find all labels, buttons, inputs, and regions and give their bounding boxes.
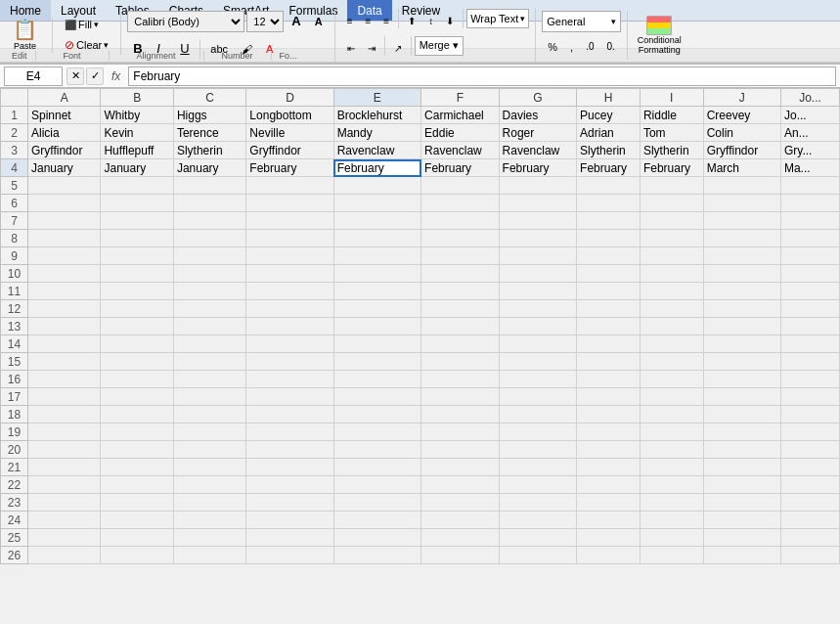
row-number[interactable]: 3: [1, 142, 28, 159]
table-cell[interactable]: [640, 371, 703, 388]
merge-button[interactable]: Merge ▾: [415, 36, 464, 56]
row-number[interactable]: 13: [1, 318, 28, 335]
table-cell[interactable]: [499, 177, 576, 195]
table-cell[interactable]: [577, 318, 641, 335]
col-header-b[interactable]: B: [101, 89, 173, 107]
table-cell[interactable]: [499, 547, 576, 564]
table-cell[interactable]: [246, 406, 333, 423]
table-cell[interactable]: [780, 476, 839, 494]
table-cell[interactable]: [333, 265, 420, 283]
table-cell[interactable]: [333, 283, 420, 300]
table-cell[interactable]: Gry...: [780, 142, 839, 159]
table-cell[interactable]: [333, 423, 420, 441]
table-cell[interactable]: [333, 476, 420, 494]
align-bottom-button[interactable]: ⬇: [440, 9, 460, 34]
table-cell[interactable]: [28, 476, 101, 494]
align-left-button[interactable]: ≡: [341, 9, 359, 34]
font-decrease-button[interactable]: A: [309, 9, 329, 34]
col-header-c[interactable]: C: [173, 89, 245, 107]
table-cell[interactable]: [173, 318, 245, 335]
table-cell[interactable]: [246, 177, 333, 195]
row-number[interactable]: 23: [1, 494, 28, 512]
table-cell[interactable]: [703, 353, 780, 371]
table-cell[interactable]: [577, 353, 641, 371]
row-number[interactable]: 4: [1, 159, 28, 177]
table-cell[interactable]: [246, 265, 333, 283]
table-cell[interactable]: [421, 406, 500, 423]
table-cell[interactable]: [173, 371, 245, 388]
table-cell[interactable]: [499, 353, 576, 371]
table-cell[interactable]: [640, 547, 703, 564]
table-cell[interactable]: [421, 476, 500, 494]
table-cell[interactable]: [780, 230, 839, 247]
table-cell[interactable]: [640, 353, 703, 371]
table-cell[interactable]: [101, 423, 173, 441]
table-cell[interactable]: [421, 441, 500, 459]
cancel-formula-button[interactable]: ✕: [66, 67, 84, 85]
table-cell[interactable]: [577, 388, 641, 406]
table-cell[interactable]: [577, 230, 641, 247]
table-cell[interactable]: [333, 371, 420, 388]
table-cell[interactable]: [499, 300, 576, 318]
table-cell[interactable]: [780, 494, 839, 512]
table-cell[interactable]: [703, 547, 780, 564]
table-cell[interactable]: Davies: [499, 107, 576, 124]
align-top-button[interactable]: ⬆: [402, 9, 421, 34]
table-cell[interactable]: Carmichael: [421, 107, 500, 124]
table-cell[interactable]: [246, 300, 333, 318]
table-cell[interactable]: [173, 283, 245, 300]
table-cell[interactable]: [333, 547, 420, 564]
table-cell[interactable]: [703, 406, 780, 423]
table-cell[interactable]: [577, 371, 641, 388]
table-cell[interactable]: [703, 423, 780, 441]
indent-decrease-button[interactable]: ⇤: [341, 36, 361, 62]
table-cell[interactable]: [499, 195, 576, 212]
table-cell[interactable]: [333, 353, 420, 371]
table-cell[interactable]: [577, 195, 641, 212]
table-cell[interactable]: [421, 423, 500, 441]
row-number[interactable]: 7: [1, 212, 28, 230]
table-cell[interactable]: [28, 512, 101, 529]
table-cell[interactable]: [780, 265, 839, 283]
table-cell[interactable]: Higgs: [173, 107, 245, 124]
table-cell[interactable]: [640, 441, 703, 459]
table-cell[interactable]: [703, 265, 780, 283]
table-cell[interactable]: [28, 441, 101, 459]
table-cell[interactable]: [421, 265, 500, 283]
table-cell[interactable]: [703, 230, 780, 247]
table-cell[interactable]: [780, 335, 839, 353]
table-cell[interactable]: [421, 212, 500, 230]
table-cell[interactable]: [703, 177, 780, 195]
table-cell[interactable]: [499, 423, 576, 441]
table-cell[interactable]: March: [703, 159, 780, 177]
table-cell[interactable]: [640, 423, 703, 441]
table-cell[interactable]: [640, 512, 703, 529]
table-cell[interactable]: February: [333, 159, 420, 177]
table-cell[interactable]: [173, 177, 245, 195]
table-cell[interactable]: [421, 547, 500, 564]
table-cell[interactable]: [780, 388, 839, 406]
table-cell[interactable]: Kevin: [101, 124, 173, 142]
paste-button[interactable]: 📋 Paste: [4, 18, 46, 53]
table-cell[interactable]: [173, 300, 245, 318]
table-cell[interactable]: Tom: [640, 124, 703, 142]
table-cell[interactable]: [640, 212, 703, 230]
table-cell[interactable]: [246, 353, 333, 371]
table-cell[interactable]: [499, 283, 576, 300]
table-cell[interactable]: [28, 371, 101, 388]
table-cell[interactable]: [703, 459, 780, 476]
table-cell[interactable]: [101, 335, 173, 353]
table-cell[interactable]: [780, 195, 839, 212]
table-cell[interactable]: Gryffindor: [28, 142, 101, 159]
table-cell[interactable]: [640, 247, 703, 265]
table-cell[interactable]: [246, 318, 333, 335]
col-header-e[interactable]: E: [333, 89, 420, 107]
table-cell[interactable]: February: [640, 159, 703, 177]
table-cell[interactable]: [246, 335, 333, 353]
table-cell[interactable]: [499, 512, 576, 529]
table-cell[interactable]: Pucey: [577, 107, 641, 124]
table-cell[interactable]: Ma...: [780, 159, 839, 177]
row-number[interactable]: 21: [1, 459, 28, 476]
row-number[interactable]: 15: [1, 353, 28, 371]
table-cell[interactable]: [246, 547, 333, 564]
